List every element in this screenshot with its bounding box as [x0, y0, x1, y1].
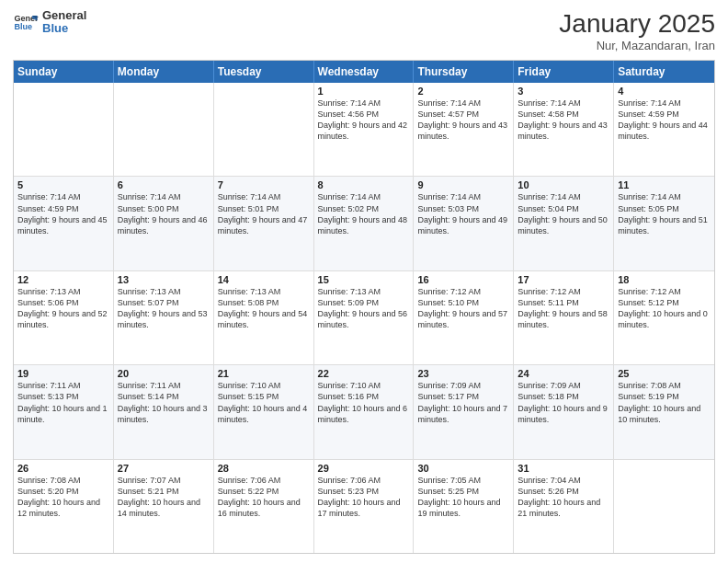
calendar-cell: 30Sunrise: 7:05 AM Sunset: 5:25 PM Dayli… [414, 460, 514, 553]
day-number: 13 [118, 274, 210, 285]
calendar-cell: 8Sunrise: 7:14 AM Sunset: 5:02 PM Daylig… [314, 177, 415, 270]
calendar-header: SundayMondayTuesdayWednesdayThursdayFrid… [14, 61, 714, 83]
logo-icon: General Blue [13, 9, 39, 35]
calendar-cell: 12Sunrise: 7:13 AM Sunset: 5:06 PM Dayli… [14, 271, 114, 364]
page: General Blue General Blue January 2025 N… [0, 0, 728, 563]
cell-info: Sunrise: 7:14 AM Sunset: 5:02 PM Dayligh… [318, 191, 410, 236]
day-number: 19 [17, 368, 109, 379]
day-number: 18 [618, 274, 711, 285]
header-cell-saturday: Saturday [614, 61, 714, 83]
day-number: 16 [417, 274, 509, 285]
cell-info: Sunrise: 7:06 AM Sunset: 5:22 PM Dayligh… [218, 475, 310, 520]
calendar-cell: 6Sunrise: 7:14 AM Sunset: 5:00 PM Daylig… [114, 177, 214, 270]
cell-info: Sunrise: 7:14 AM Sunset: 4:56 PM Dayligh… [318, 98, 410, 143]
day-number: 6 [118, 179, 210, 190]
calendar-cell: 22Sunrise: 7:10 AM Sunset: 5:16 PM Dayli… [314, 365, 415, 458]
calendar-cell: 1Sunrise: 7:14 AM Sunset: 4:56 PM Daylig… [314, 83, 415, 176]
calendar-cell [214, 83, 314, 176]
cell-info: Sunrise: 7:06 AM Sunset: 5:23 PM Dayligh… [318, 475, 410, 520]
day-number: 20 [118, 368, 210, 379]
cell-info: Sunrise: 7:10 AM Sunset: 5:15 PM Dayligh… [218, 380, 310, 425]
day-number: 15 [318, 274, 410, 285]
day-number: 7 [218, 179, 310, 190]
calendar-cell: 20Sunrise: 7:11 AM Sunset: 5:14 PM Dayli… [114, 365, 214, 458]
calendar-cell: 29Sunrise: 7:06 AM Sunset: 5:23 PM Dayli… [314, 460, 415, 553]
cell-info: Sunrise: 7:09 AM Sunset: 5:18 PM Dayligh… [518, 380, 609, 425]
header-cell-thursday: Thursday [414, 61, 514, 83]
day-number: 4 [618, 86, 711, 97]
calendar-cell: 28Sunrise: 7:06 AM Sunset: 5:22 PM Dayli… [214, 460, 314, 553]
cell-info: Sunrise: 7:11 AM Sunset: 5:13 PM Dayligh… [17, 380, 109, 425]
calendar-cell: 15Sunrise: 7:13 AM Sunset: 5:09 PM Dayli… [314, 271, 415, 364]
calendar-cell [114, 83, 214, 176]
day-number: 22 [318, 368, 410, 379]
day-number: 31 [518, 463, 609, 474]
day-number: 21 [218, 368, 310, 379]
calendar-cell: 11Sunrise: 7:14 AM Sunset: 5:05 PM Dayli… [614, 177, 714, 270]
day-number: 3 [518, 86, 609, 97]
calendar-row: 26Sunrise: 7:08 AM Sunset: 5:20 PM Dayli… [14, 459, 714, 553]
calendar-row: 5Sunrise: 7:14 AM Sunset: 4:59 PM Daylig… [14, 176, 714, 270]
cell-info: Sunrise: 7:10 AM Sunset: 5:16 PM Dayligh… [318, 380, 410, 425]
cell-info: Sunrise: 7:12 AM Sunset: 5:10 PM Dayligh… [417, 286, 509, 331]
day-number: 28 [218, 463, 310, 474]
day-number: 11 [618, 179, 711, 190]
calendar-cell: 27Sunrise: 7:07 AM Sunset: 5:21 PM Dayli… [114, 460, 214, 553]
calendar-cell: 2Sunrise: 7:14 AM Sunset: 4:57 PM Daylig… [414, 83, 514, 176]
cell-info: Sunrise: 7:14 AM Sunset: 5:00 PM Dayligh… [118, 191, 210, 236]
day-number: 17 [518, 274, 609, 285]
calendar-cell: 31Sunrise: 7:04 AM Sunset: 5:26 PM Dayli… [514, 460, 614, 553]
calendar-cell: 24Sunrise: 7:09 AM Sunset: 5:18 PM Dayli… [514, 365, 614, 458]
cell-info: Sunrise: 7:14 AM Sunset: 4:57 PM Dayligh… [417, 98, 509, 143]
header-cell-tuesday: Tuesday [214, 61, 314, 83]
day-number: 9 [417, 179, 509, 190]
day-number: 12 [17, 274, 109, 285]
cell-info: Sunrise: 7:11 AM Sunset: 5:14 PM Dayligh… [118, 380, 210, 425]
calendar-cell: 16Sunrise: 7:12 AM Sunset: 5:10 PM Dayli… [414, 271, 514, 364]
calendar-cell [14, 83, 114, 176]
cell-info: Sunrise: 7:09 AM Sunset: 5:17 PM Dayligh… [417, 380, 509, 425]
cell-info: Sunrise: 7:14 AM Sunset: 5:04 PM Dayligh… [518, 191, 609, 236]
logo-blue: Blue [42, 22, 86, 35]
calendar-cell: 7Sunrise: 7:14 AM Sunset: 5:01 PM Daylig… [214, 177, 314, 270]
cell-info: Sunrise: 7:14 AM Sunset: 4:59 PM Dayligh… [618, 98, 711, 143]
cell-info: Sunrise: 7:13 AM Sunset: 5:08 PM Dayligh… [218, 286, 310, 331]
calendar-row: 12Sunrise: 7:13 AM Sunset: 5:06 PM Dayli… [14, 270, 714, 364]
cell-info: Sunrise: 7:13 AM Sunset: 5:09 PM Dayligh… [318, 286, 410, 331]
calendar-cell: 23Sunrise: 7:09 AM Sunset: 5:17 PM Dayli… [414, 365, 514, 458]
day-number: 1 [318, 86, 410, 97]
logo-general: General [42, 9, 86, 22]
header-cell-wednesday: Wednesday [314, 61, 415, 83]
calendar-subtitle: Nur, Mazandaran, Iran [559, 39, 715, 52]
calendar-cell: 21Sunrise: 7:10 AM Sunset: 5:15 PM Dayli… [214, 365, 314, 458]
day-number: 26 [17, 463, 109, 474]
calendar-cell: 9Sunrise: 7:14 AM Sunset: 5:03 PM Daylig… [414, 177, 514, 270]
calendar-cell: 4Sunrise: 7:14 AM Sunset: 4:59 PM Daylig… [614, 83, 714, 176]
svg-text:Blue: Blue [14, 23, 32, 32]
day-number: 2 [417, 86, 509, 97]
day-number: 23 [417, 368, 509, 379]
logo: General Blue General Blue [13, 9, 86, 36]
cell-info: Sunrise: 7:14 AM Sunset: 5:05 PM Dayligh… [618, 191, 711, 236]
calendar-row: 19Sunrise: 7:11 AM Sunset: 5:13 PM Dayli… [14, 364, 714, 458]
calendar-cell: 14Sunrise: 7:13 AM Sunset: 5:08 PM Dayli… [214, 271, 314, 364]
header-cell-friday: Friday [514, 61, 614, 83]
cell-info: Sunrise: 7:14 AM Sunset: 5:01 PM Dayligh… [218, 191, 310, 236]
calendar-cell: 18Sunrise: 7:12 AM Sunset: 5:12 PM Dayli… [614, 271, 714, 364]
header-cell-sunday: Sunday [14, 61, 114, 83]
day-number: 8 [318, 179, 410, 190]
calendar-cell: 3Sunrise: 7:14 AM Sunset: 4:58 PM Daylig… [514, 83, 614, 176]
day-number: 10 [518, 179, 609, 190]
calendar-cell: 17Sunrise: 7:12 AM Sunset: 5:11 PM Dayli… [514, 271, 614, 364]
calendar-cell: 13Sunrise: 7:13 AM Sunset: 5:07 PM Dayli… [114, 271, 214, 364]
cell-info: Sunrise: 7:08 AM Sunset: 5:19 PM Dayligh… [618, 380, 711, 425]
day-number: 14 [218, 274, 310, 285]
cell-info: Sunrise: 7:14 AM Sunset: 5:03 PM Dayligh… [417, 191, 509, 236]
calendar-body: 1Sunrise: 7:14 AM Sunset: 4:56 PM Daylig… [14, 83, 714, 553]
cell-info: Sunrise: 7:05 AM Sunset: 5:25 PM Dayligh… [417, 475, 509, 520]
calendar-cell: 25Sunrise: 7:08 AM Sunset: 5:19 PM Dayli… [614, 365, 714, 458]
day-number: 5 [17, 179, 109, 190]
day-number: 29 [318, 463, 410, 474]
cell-info: Sunrise: 7:07 AM Sunset: 5:21 PM Dayligh… [118, 475, 210, 520]
calendar-row: 1Sunrise: 7:14 AM Sunset: 4:56 PM Daylig… [14, 83, 714, 176]
